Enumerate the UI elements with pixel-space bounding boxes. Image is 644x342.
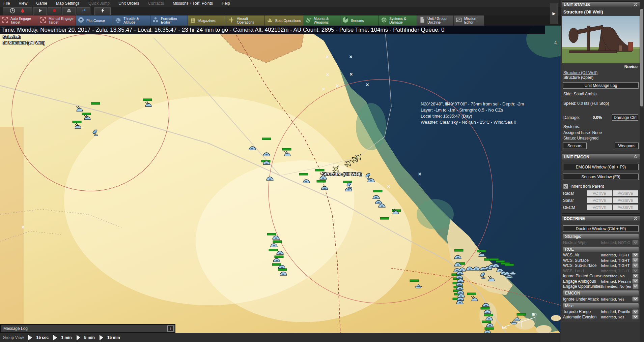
- radar-active-button[interactable]: ACTIVE: [587, 190, 612, 196]
- flame-icon[interactable]: [19, 7, 26, 15]
- bolt-button[interactable]: [94, 7, 111, 15]
- emcon-window-button[interactable]: EMCON Window (Ctrl + F9): [563, 164, 639, 170]
- inherit-from-parent-checkbox[interactable]: [563, 184, 568, 189]
- menu-unit-orders[interactable]: Unit Orders: [118, 1, 139, 6]
- quick-group-clock-flame[interactable]: [3, 7, 32, 15]
- sonar-active-button[interactable]: ACTIVE: [587, 197, 612, 203]
- contact-x-marker[interactable]: ×: [326, 72, 329, 77]
- oecm-active-button[interactable]: ACTIVE: [587, 205, 612, 210]
- unit-status-bar[interactable]: [315, 169, 324, 171]
- unit-status-bar[interactable]: [373, 190, 382, 192]
- oecm-passive-button[interactable]: PASSIVE: [613, 205, 638, 210]
- ignore-plotted-course-dropdown[interactable]: [633, 274, 639, 279]
- unit-status-bar[interactable]: [273, 241, 282, 243]
- unit-status-bar[interactable]: [275, 256, 283, 258]
- doctrine-window-button[interactable]: Doctrine Window (Ctrl + F9): [563, 225, 639, 232]
- wcs-surface-dropdown[interactable]: [632, 258, 639, 263]
- contact-x-marker[interactable]: ×: [418, 171, 421, 177]
- unit-emcon-header[interactable]: UNIT EMCON: [562, 154, 640, 160]
- menu-view[interactable]: View: [19, 1, 27, 6]
- message-log-expand-button[interactable]: ↑: [167, 325, 174, 332]
- time-compression-5-min[interactable]: 5 min: [77, 335, 95, 340]
- unit-status-bar[interactable]: [505, 264, 514, 266]
- contact-x-marker[interactable]: ×: [349, 54, 352, 60]
- unit-status-bar[interactable]: [485, 328, 494, 330]
- group-view-label[interactable]: Group View: [3, 335, 24, 340]
- engage-opportunities-dropdown[interactable]: [633, 284, 639, 289]
- menu-map-settings[interactable]: Map Settings: [56, 1, 80, 6]
- weapons-button[interactable]: Weapons: [615, 143, 639, 149]
- contact-x-marker[interactable]: ×: [349, 71, 353, 77]
- automatic-evasion-dropdown[interactable]: [632, 314, 639, 319]
- ribbon-mounts-weapons-button[interactable]: Mounts & Weapons: [303, 15, 340, 26]
- ribbon-throttle-altitude-button[interactable]: Throttle & Altitude: [113, 15, 150, 26]
- wcs-air-dropdown[interactable]: [632, 253, 639, 258]
- unit-status-bar[interactable]: [299, 173, 308, 175]
- collapse-chevron-icon[interactable]: [633, 155, 638, 159]
- torpedo-range-dropdown[interactable]: [632, 309, 639, 314]
- unit-status-bar[interactable]: [143, 99, 152, 101]
- play-arrow-icon[interactable]: [77, 335, 80, 340]
- unit-status-bar[interactable]: [482, 321, 491, 323]
- unit-status-bar[interactable]: [91, 102, 100, 104]
- menu-game[interactable]: Game: [36, 1, 47, 6]
- sensors-window-button[interactable]: Sensors Window (F9): [563, 174, 639, 180]
- play-arrow-icon[interactable]: [28, 335, 32, 340]
- unit-status-bar[interactable]: [267, 233, 276, 235]
- sidebar-scrollbar-thumb[interactable]: [640, 9, 643, 106]
- sidebar-scrollbar[interactable]: [640, 0, 644, 342]
- damage-ctrl-button[interactable]: Damage Ctrl: [612, 114, 638, 121]
- time-compression-15-sec[interactable]: 15 sec: [28, 335, 49, 340]
- message-log-bar[interactable]: Message Log ↑: [0, 324, 175, 333]
- ribbon-auto-engage-target-button[interactable]: Auto Engage Target: [0, 15, 38, 26]
- speed-button[interactable]: [62, 7, 76, 15]
- contact-x-marker[interactable]: ×: [326, 54, 329, 60]
- time-compression-15-min[interactable]: 15 min: [100, 335, 120, 340]
- ribbon-unit-group-doctrine-button[interactable]: Unit / Group Doctrine: [417, 15, 454, 26]
- menu-file[interactable]: File: [3, 1, 10, 6]
- ribbon-sensors-button[interactable]: Sensors: [340, 15, 379, 26]
- unit-status-bar[interactable]: [496, 260, 505, 262]
- unit-status-bar[interactable]: [517, 313, 526, 315]
- map-canvas[interactable]: 60 4 les ××××××××××× Structure (Oil Well…: [0, 26, 561, 342]
- unit-status-bar[interactable]: [454, 249, 463, 251]
- play-arrow-icon[interactable]: [53, 335, 57, 340]
- ribbon-magazines-button[interactable]: Magazines: [188, 15, 226, 26]
- unit-status-bar[interactable]: [490, 258, 499, 260]
- collapse-chevron-icon[interactable]: [633, 217, 638, 221]
- ribbon-mission-editor-button[interactable]: Mission Editor: [454, 15, 484, 26]
- ribbon-manual-engage-target-button[interactable]: Manual Engage Target: [38, 15, 76, 26]
- sonar-passive-button[interactable]: PASSIVE: [613, 197, 638, 203]
- time-compression-1-min[interactable]: 1 min: [53, 335, 72, 340]
- play-arrow-icon[interactable]: [100, 335, 103, 340]
- ribbon-plot-course-button[interactable]: Plot Course: [76, 15, 113, 26]
- unit-status-bar[interactable]: [73, 121, 81, 123]
- contact-x-marker[interactable]: ×: [322, 86, 325, 92]
- ribbon-boat-operations-button[interactable]: Boat Operations: [265, 15, 303, 26]
- contact-x-marker[interactable]: ×: [21, 224, 24, 230]
- collapse-chevron-icon[interactable]: [633, 3, 638, 7]
- unit-status-bar[interactable]: [484, 314, 493, 316]
- radar-passive-button[interactable]: PASSIVE: [613, 190, 638, 196]
- unit-status-bar[interactable]: [282, 148, 291, 150]
- clock-icon[interactable]: [9, 7, 16, 15]
- engage-ambigous-dropdown[interactable]: [632, 279, 639, 284]
- unit-status-bar[interactable]: [317, 180, 326, 182]
- menu-help[interactable]: Help: [222, 1, 230, 6]
- wcs-sub-surface-dropdown[interactable]: [632, 263, 639, 268]
- jump-button[interactable]: [77, 7, 90, 15]
- ribbon-aircraft-operations-button[interactable]: Aircraft Operations: [226, 15, 265, 26]
- unit-status-bar[interactable]: [481, 307, 489, 309]
- sidebar-collapse-button[interactable]: ▶: [550, 3, 558, 24]
- doctrine-header[interactable]: DOCTRINE: [562, 216, 640, 221]
- unit-status-bar[interactable]: [269, 249, 278, 251]
- unit-status-bar[interactable]: [410, 280, 419, 282]
- unit-status-bar[interactable]: [380, 217, 389, 219]
- ignore-under-attack-dropdown[interactable]: [632, 297, 639, 302]
- contact-x-marker[interactable]: ×: [336, 83, 339, 89]
- unit-status-bar[interactable]: [82, 113, 91, 115]
- unit-db-link[interactable]: Structure (Oil Well): [562, 70, 640, 75]
- contact-x-marker[interactable]: ×: [387, 184, 390, 189]
- unit-status-header[interactable]: UNIT STATUS: [562, 2, 640, 7]
- contact-x-marker[interactable]: ×: [366, 82, 369, 88]
